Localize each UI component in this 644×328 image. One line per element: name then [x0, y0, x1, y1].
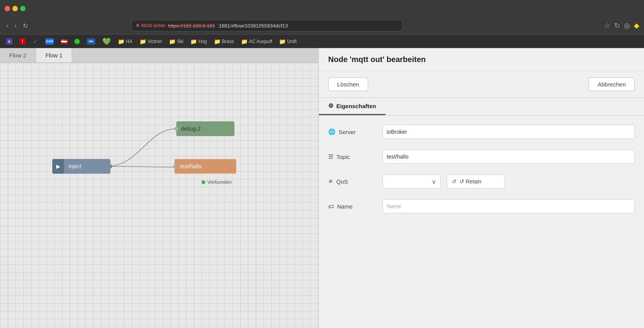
debug-input-port — [174, 127, 178, 131]
folder-brass-icon: 📁 — [214, 38, 220, 45]
canvas-grid[interactable]: ▶ inject debug 2 test/hallo Verbunden — [0, 63, 319, 328]
bookmark-victron[interactable]: 📁 Victron — [136, 37, 165, 46]
bookmark-ac-label: AC Auspuff — [249, 39, 272, 44]
address-bar[interactable]: ✕ Nicht sicher https://192.168.0.191 :18… — [131, 20, 403, 31]
retain-control[interactable]: ↺ ↺ Retain — [447, 174, 505, 188]
tab-flow1[interactable]: Flow 1 — [36, 48, 72, 62]
retain-icon: ↺ — [452, 178, 456, 185]
delete-button[interactable]: Löschen — [328, 78, 368, 91]
bookmark-flag[interactable]: 🇦🇹 — [58, 37, 71, 46]
bookmark-red-icon: ! — [19, 38, 26, 45]
app-container: Flow 2 Flow 1 ▶ inject — [0, 48, 644, 328]
topic-list-icon: ☰ — [328, 153, 333, 160]
bookmark-hzg[interactable]: 📁 Hzg — [187, 37, 210, 46]
flow-tab-bar: Flow 2 Flow 1 — [0, 48, 319, 63]
name-row: 🏷 Name — [328, 199, 635, 213]
bookmark-red[interactable]: ! — [16, 37, 29, 46]
refresh-icon-button[interactable]: ↻ — [614, 21, 620, 30]
flag-icon: 🇦🇹 — [61, 38, 67, 45]
folder-ac-icon: 📁 — [241, 38, 248, 45]
bookmark-6[interactable]: 6 — [3, 37, 15, 46]
cancel-button[interactable]: Abbrechen — [589, 78, 635, 91]
extensions-button[interactable]: ◎ — [624, 21, 630, 30]
inject-arrow-icon: ▶ — [56, 163, 60, 169]
url-strikethrough: https://192.168.0.191 — [168, 23, 215, 29]
bookmark-6-icon: 6 — [6, 38, 12, 45]
qos-label: ✳ QoS — [328, 178, 382, 185]
qos-chevron-icon: ∨ — [432, 178, 436, 185]
server-row: 🌐 Server — [328, 125, 635, 139]
toolbar-icons: ☆ ↻ ◎ ◆ — [604, 21, 639, 30]
title-bar: ✕ — [0, 0, 644, 17]
qos-retain-row: ∨ ↺ ↺ Retain — [382, 174, 505, 188]
verbunden-status: Verbunden — [201, 179, 232, 185]
panel-tabs: ⚙ Eigenschaften — [319, 98, 644, 116]
minimize-button[interactable] — [12, 6, 18, 11]
panel-header: Node 'mqtt out' bearbeiten — [319, 48, 644, 71]
node-debug[interactable]: debug 2 — [176, 121, 234, 136]
checkmark-icon: ✓ — [33, 37, 38, 46]
topic-label: ☰ Topic — [328, 153, 382, 160]
forward-button[interactable]: › — [13, 21, 18, 31]
folder-ha-icon: 📁 — [118, 38, 124, 45]
folder-unifi-icon: 📁 — [279, 38, 286, 45]
bookmark-hzg-label: Hzg — [198, 39, 207, 44]
not-secure-x-icon: ✕ — [136, 23, 139, 28]
bookmark-ibb[interactable]: ibb — [84, 37, 98, 46]
qos-select[interactable]: ∨ — [382, 174, 441, 188]
back-button[interactable]: ‹ — [5, 21, 10, 31]
node-inject[interactable]: ▶ inject — [52, 159, 110, 174]
bookmark-ha-label: HA — [126, 39, 133, 44]
inject-label: inject — [69, 163, 81, 169]
bookmarks-bar: 6 ! ✓ DSM 🇦🇹 ibb 💚 📁 HA 📁 Victron — [0, 34, 644, 48]
topic-input[interactable] — [382, 150, 635, 164]
not-secure-indicator: ✕ Nicht sicher — [136, 23, 165, 28]
mqtt-label: test/hallo — [180, 163, 201, 169]
inject-output-port — [108, 164, 112, 168]
bookmark-ha[interactable]: 📁 HA — [115, 37, 136, 46]
server-input[interactable] — [382, 125, 635, 139]
tab-flow2[interactable]: Flow 2 — [0, 48, 36, 62]
bookmark-unifi[interactable]: 📁 Unifi — [276, 37, 300, 46]
bookmark-ac-auspuff[interactable]: 📁 AC Auspuff — [238, 37, 276, 46]
bookmark-dsm[interactable]: DSM — [42, 37, 57, 46]
bookmark-check[interactable]: ✓ — [29, 36, 41, 47]
folder-victron-icon: 📁 — [139, 38, 146, 45]
eigenschaften-gear-icon: ⚙ — [328, 102, 333, 109]
refresh-button[interactable]: ↻ — [21, 21, 29, 31]
connections-svg — [0, 63, 319, 328]
topic-row: ☰ Topic — [328, 150, 635, 164]
qos-asterisk-icon: ✳ — [328, 178, 333, 185]
name-input[interactable] — [382, 199, 635, 213]
inject-trigger-btn[interactable]: ▶ — [52, 159, 64, 174]
extensions-gold-button[interactable]: ◆ — [634, 21, 639, 30]
panel-buttons: Löschen Abbrechen — [319, 71, 644, 98]
qos-row: ✳ QoS ∨ ↺ ↺ Retain — [328, 174, 635, 188]
bookmark-victron-label: Victron — [148, 39, 162, 44]
node-mqtt-out[interactable]: test/hallo — [174, 159, 236, 174]
traffic-lights: ✕ — [5, 6, 26, 11]
bookmark-brass[interactable]: 📁 Brass — [211, 37, 237, 46]
panel-title: Node 'mqtt out' bearbeiten — [328, 55, 426, 64]
green-dot-icon — [74, 39, 80, 44]
verbunden-text: Verbunden — [207, 179, 232, 185]
close-button[interactable]: ✕ — [5, 6, 10, 11]
star-button[interactable]: ☆ — [604, 21, 610, 30]
right-panel: Node 'mqtt out' bearbeiten Löschen Abbre… — [319, 48, 644, 328]
bookmark-teal[interactable]: 💚 — [99, 36, 114, 47]
bookmark-green-dot[interactable] — [71, 37, 83, 46]
bookmark-ski-label: Ski — [177, 39, 184, 44]
maximize-button[interactable] — [20, 6, 26, 11]
debug-label: debug 2 — [181, 126, 201, 132]
verbunden-dot — [201, 180, 205, 184]
server-label: 🌐 Server — [328, 128, 382, 135]
url-rest: :1881/#flow/10391055934dcf13 — [217, 23, 288, 29]
name-label: 🏷 Name — [328, 203, 382, 210]
canvas-area: Flow 2 Flow 1 ▶ inject — [0, 48, 319, 328]
not-secure-label: Nicht sicher — [141, 23, 165, 28]
retain-label: ↺ Retain — [460, 178, 481, 185]
tab-eigenschaften[interactable]: ⚙ Eigenschaften — [319, 98, 386, 115]
bookmark-unifi-label: Unifi — [287, 39, 296, 44]
address-bar-row: ‹ › ↻ ✕ Nicht sicher https://192.168.0.1… — [0, 17, 644, 34]
bookmark-ski[interactable]: 📁 Ski — [166, 37, 187, 46]
